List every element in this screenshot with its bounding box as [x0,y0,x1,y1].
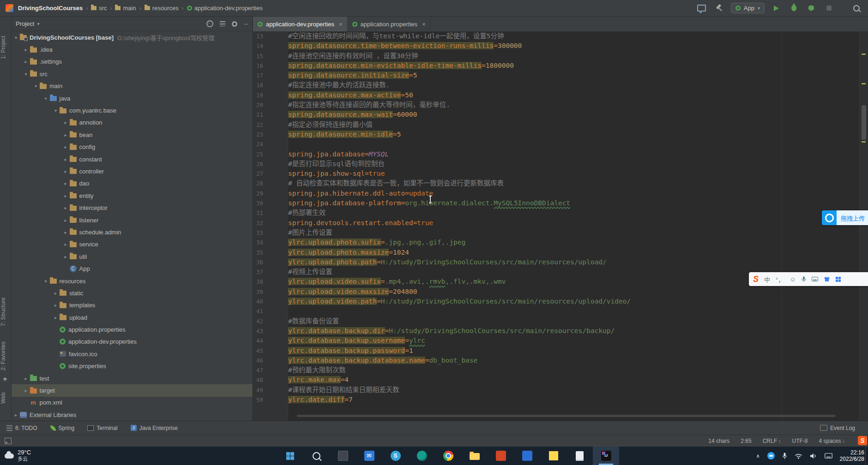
code-line[interactable]: ylrc.database.backup.dir=H:/study/Drivin… [288,326,860,336]
code-line[interactable]: spring.datasource.min-idle=5 [288,130,860,139]
notepad-app[interactable] [567,447,593,465]
status-widget[interactable]: 2:65 [741,438,751,444]
skype-app[interactable]: S [382,447,409,465]
breadcrumb-item[interactable]: resources [145,5,179,12]
editor-tab[interactable]: application-dev.properties× [253,17,348,31]
code-line[interactable]: spring.jpa.show-sql=true [288,169,860,179]
code-line[interactable]: spring.devtools.restart.enabled=true [288,218,860,228]
line-number[interactable]: 35 [253,248,263,257]
locate-file-icon[interactable] [206,20,213,27]
volume[interactable] [810,453,817,459]
taskbar-clock[interactable]: 22:16 2022/6/28 [840,449,864,462]
tree-row[interactable]: ▾main [11,80,253,92]
expand-arrow-icon[interactable]: ▸ [52,303,60,308]
breadcrumb-item[interactable]: main [115,5,136,12]
tree-row[interactable]: mpom.xml [11,397,253,409]
breadcrumb-item[interactable]: DrivingSchoolCourses [18,5,83,12]
tool-window-button-java-enterprise[interactable]: JJava Enterprise [131,425,178,431]
line-number[interactable]: 45 [253,346,263,356]
line-number[interactable]: 27 [253,169,263,179]
code-line[interactable]: ylrc.upload.photo.path=H:/study/DrivingS… [288,257,860,267]
code-line[interactable]: ylrc.upload.video.path=H:/study/DrivingS… [288,297,860,306]
line-number[interactable]: 18 [253,80,263,90]
code-line[interactable]: #指定必须保持连接的最小值 [288,120,860,130]
vertical-scrollbar[interactable] [862,105,866,140]
tool-window-button-project[interactable]: 1: Project [0,30,11,66]
code-line[interactable]: ylrc.database.backup.username=ylrc [288,336,860,346]
build-button[interactable] [713,3,725,14]
warning-mark[interactable] [862,54,866,55]
tree-row[interactable]: ▸controller [11,165,253,177]
code-line[interactable]: #数据库备份设置 [288,316,860,326]
weather-widget[interactable]: 29°C 多云 [5,447,31,465]
close-icon[interactable]: × [422,21,426,28]
line-number[interactable]: 21 [253,110,263,119]
search-button[interactable] [303,447,330,465]
tree-row[interactable]: ▸interceptor [11,202,253,214]
sogou-ime-badge[interactable]: S [858,436,867,445]
line-number[interactable]: 36 [253,257,263,267]
line-number[interactable]: 28 [253,179,263,188]
punctuation-mode[interactable]: °， [776,275,784,284]
chrome-app[interactable] [435,447,461,465]
line-number[interactable]: 43 [253,326,263,336]
tree-row[interactable]: favicon.ico [11,348,253,360]
tree-row[interactable]: ▸External Libraries [11,409,253,421]
line-number[interactable]: 44 [253,336,263,346]
tree-row[interactable]: ▸upload [11,311,253,323]
tool-window-button-structure[interactable]: 7: Structure [0,290,11,334]
tree-row[interactable]: ▸service [11,238,253,250]
collapse-arrow-icon[interactable]: ▾ [12,35,20,40]
line-number[interactable]: 17 [253,71,263,80]
expand-arrow-icon[interactable]: ▸ [62,218,70,223]
coverage-button[interactable] [805,3,817,14]
microphone[interactable] [782,453,787,459]
toolbox[interactable] [836,277,841,282]
collapse-arrow-icon[interactable]: ▾ [32,83,40,89]
expand-arrow-icon[interactable]: ▸ [62,230,70,235]
tree-row[interactable]: ▸test [11,372,253,384]
tree-row[interactable]: ▾java [11,92,253,104]
project-view-selector[interactable]: Project ▾ [16,20,40,27]
line-number[interactable]: 30 [253,198,263,208]
collapse-arrow-icon[interactable]: ▾ [52,108,60,113]
expand-arrow-icon[interactable]: ▸ [22,376,30,381]
breadcrumb-item[interactable]: application-dev.properties [187,5,263,12]
status-widget[interactable]: 4 spaces↕ [819,438,845,444]
line-number[interactable]: 16 [253,61,263,71]
code-line[interactable]: spring.jpa.database=MYSQL [288,149,860,159]
run-button[interactable] [770,3,782,14]
line-number[interactable]: 13 [253,31,263,41]
tree-row[interactable]: ▸config [11,141,253,153]
intellij-idea-app[interactable]: IJ [593,447,619,465]
tree-row[interactable]: CApp [11,262,253,274]
hide-panel-icon[interactable]: ─ [244,21,248,27]
code-line[interactable]: spring.jpa.hibernate.ddl-auto=update [288,189,860,198]
tree-row[interactable]: ▸constant [11,153,253,165]
code-line[interactable]: ylrc.database.backup.password=1 [288,346,860,356]
line-number[interactable]: 34 [253,238,263,247]
collapse-all-icon[interactable] [220,21,225,26]
hidden-icons[interactable]: ∧ [756,453,760,459]
expand-arrow-icon[interactable]: ▸ [62,169,70,174]
presentation-button[interactable] [696,3,708,14]
tree-row[interactable]: application.properties [11,323,253,335]
gear-icon[interactable] [232,21,237,27]
network[interactable] [795,453,802,459]
mail-app[interactable]: ✉ [356,447,382,465]
tool-window-button-terminal[interactable]: Terminal [87,425,117,431]
line-number[interactable]: 47 [253,365,263,375]
line-number[interactable]: 20 [253,100,263,110]
drag-upload-widget[interactable]: 拖拽上传 [822,210,868,225]
search-everywhere-button[interactable] [850,3,862,14]
status-widget[interactable]: UTF-8 [792,438,808,444]
line-number[interactable]: 46 [253,356,263,365]
tree-row[interactable]: ▸.settings [11,56,253,68]
expand-arrow-icon[interactable]: ▸ [62,181,70,186]
skin-settings[interactable] [824,276,830,282]
code-line[interactable]: #预约最大限制次数 [288,365,860,375]
tree-row[interactable]: application-dev.properties [11,336,253,348]
code-line[interactable]: spring.datasource.time-between-eviction-… [288,41,860,51]
expand-arrow-icon[interactable]: ▸ [52,291,60,296]
status-widget[interactable]: CRLF↕ [763,438,781,444]
